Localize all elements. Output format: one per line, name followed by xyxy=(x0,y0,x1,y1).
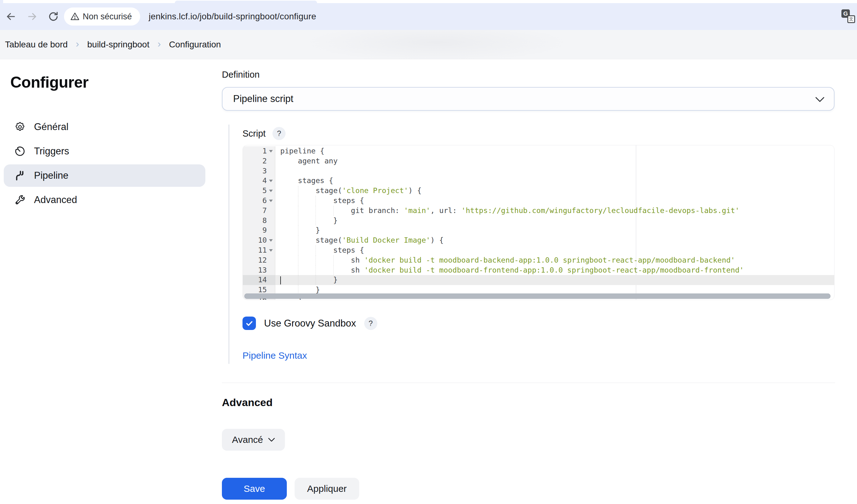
gutter-line-number: 3 xyxy=(243,166,275,176)
clock-icon xyxy=(14,145,26,157)
apply-button[interactable]: Appliquer xyxy=(295,478,359,500)
code-line-3[interactable]: 3 xyxy=(243,166,834,176)
code-line-9[interactable]: 9} xyxy=(243,225,834,236)
definition-label: Definition xyxy=(222,70,260,80)
browser-toolbar: Non sécurisé jenkins.lcf.io/job/build-sp… xyxy=(0,3,857,30)
page-content: Configurer Général Triggers Pipeline xyxy=(0,59,857,504)
gutter-line-number: 5 xyxy=(243,186,275,196)
code-line-14[interactable]: 14} xyxy=(243,275,834,285)
gutter-line-number: 13 xyxy=(243,265,275,275)
code-line-7[interactable]: 7git branch: 'main', url: 'https://githu… xyxy=(243,206,834,216)
groovy-sandbox-checkbox[interactable] xyxy=(242,316,256,330)
breadcrumb-configuration[interactable]: Configuration xyxy=(169,40,221,50)
sidebar-item-label: Triggers xyxy=(34,146,69,157)
sidebar-item-label: Pipeline xyxy=(34,170,68,181)
pipeline-syntax-link[interactable]: Pipeline Syntax xyxy=(242,350,307,361)
gutter-line-number: 2 xyxy=(243,156,275,166)
sidebar-item-label: Général xyxy=(34,121,68,133)
sidebar-item-general[interactable]: Général xyxy=(4,116,205,138)
gutter-line-number: 12 xyxy=(243,256,275,265)
section-rule xyxy=(229,124,230,364)
security-label: Non sécurisé xyxy=(83,12,132,21)
script-help-button[interactable]: ? xyxy=(272,127,286,140)
save-button[interactable]: Save xyxy=(222,478,287,500)
gutter-line-number: 7 xyxy=(243,206,275,216)
config-sidebar: Configurer Général Triggers Pipeline xyxy=(0,59,222,504)
code-line-5[interactable]: 5stage('clone Project') { xyxy=(243,186,834,196)
forward-arrow-icon xyxy=(26,11,38,22)
gutter-line-number: 4 xyxy=(243,176,275,186)
groovy-sandbox-label: Use Groovy Sandbox xyxy=(264,318,356,329)
code-line-11[interactable]: 11steps { xyxy=(243,245,834,256)
advanced-heading: Advanced xyxy=(222,396,273,409)
reload-icon xyxy=(48,11,59,22)
code-line-6[interactable]: 6steps { xyxy=(243,196,834,206)
wrench-icon xyxy=(14,194,26,206)
browser-tab-strip xyxy=(0,0,857,3)
checkmark-icon xyxy=(245,319,253,328)
chevron-right-icon: › xyxy=(157,38,161,50)
fold-arrow-icon[interactable] xyxy=(269,180,273,182)
section-divider xyxy=(222,383,835,383)
code-line-13[interactable]: 13sh 'docker build -t moodboard-frontend… xyxy=(243,265,834,275)
gutter-line-number: 11 xyxy=(243,245,275,256)
forward-button[interactable] xyxy=(25,10,39,24)
fold-arrow-icon[interactable] xyxy=(269,249,273,252)
code-line-2[interactable]: 2agent any xyxy=(243,156,834,166)
fold-arrow-icon[interactable] xyxy=(269,150,273,153)
code-editor-lines: 1pipeline {2agent any34stages {5stage('c… xyxy=(243,145,834,300)
fold-arrow-icon[interactable] xyxy=(269,190,273,192)
reload-button[interactable] xyxy=(46,10,61,24)
code-line-10[interactable]: 10stage('Build Docker Image') { xyxy=(243,236,834,245)
code-line-12[interactable]: 12sh 'docker build -t moodboard-backend-… xyxy=(243,256,834,265)
breadcrumb: Tableau de bord › build-springboot › Con… xyxy=(0,30,857,59)
code-line-1[interactable]: 1pipeline { xyxy=(243,146,834,156)
definition-select-value: Pipeline script xyxy=(233,93,293,104)
back-arrow-icon xyxy=(5,11,17,22)
gutter-line-number: 1 xyxy=(243,146,275,156)
translate-icon[interactable]: G 文 xyxy=(841,10,855,23)
gear-icon xyxy=(14,121,26,133)
gutter-line-number: 10 xyxy=(243,236,275,245)
active-tab[interactable] xyxy=(175,1,317,3)
horizontal-scrollbar[interactable] xyxy=(245,294,830,299)
gutter-line-number: 14 xyxy=(243,275,275,285)
sidebar-item-advanced[interactable]: Advanced xyxy=(4,189,205,211)
sidebar-item-triggers[interactable]: Triggers xyxy=(4,140,205,162)
url-bar[interactable]: Non sécurisé jenkins.lcf.io/job/build-sp… xyxy=(64,7,820,25)
code-line-4[interactable]: 4stages { xyxy=(243,176,834,186)
breadcrumb-job[interactable]: build-springboot xyxy=(87,40,149,50)
code-editor[interactable]: 1pipeline {2agent any34stages {5stage('c… xyxy=(242,145,835,300)
definition-select[interactable]: Pipeline script xyxy=(222,87,835,111)
gutter-line-number: 9 xyxy=(243,225,275,236)
gutter-line-number: 8 xyxy=(243,216,275,226)
chevron-down-icon xyxy=(268,438,275,442)
advanced-expand-button[interactable]: Avancé xyxy=(222,429,285,451)
back-button[interactable] xyxy=(4,10,18,24)
chevron-right-icon: › xyxy=(76,38,79,50)
gutter-line-number: 6 xyxy=(243,196,275,206)
chevron-down-icon xyxy=(815,97,825,103)
code-line-8[interactable]: 8} xyxy=(243,216,834,226)
sandbox-help-button[interactable]: ? xyxy=(364,317,377,330)
url-text[interactable]: jenkins.lcf.io/job/build-springboot/conf… xyxy=(149,12,317,21)
script-label: Script xyxy=(242,128,266,139)
security-chip[interactable]: Non sécurisé xyxy=(64,7,140,25)
fold-arrow-icon[interactable] xyxy=(269,239,273,242)
warning-icon xyxy=(70,12,80,21)
page-title: Configurer xyxy=(10,73,89,91)
tab-strip-edge xyxy=(0,0,3,3)
config-main: Definition Pipeline script Script ? 1pip… xyxy=(222,59,835,504)
fold-arrow-icon[interactable] xyxy=(269,199,273,202)
sidebar-item-label: Advanced xyxy=(34,194,77,206)
breadcrumb-dashboard[interactable]: Tableau de bord xyxy=(5,40,68,50)
pipeline-icon xyxy=(14,170,26,181)
browser-window: Non sécurisé jenkins.lcf.io/job/build-sp… xyxy=(0,0,857,504)
sidebar-item-pipeline[interactable]: Pipeline xyxy=(4,164,205,187)
